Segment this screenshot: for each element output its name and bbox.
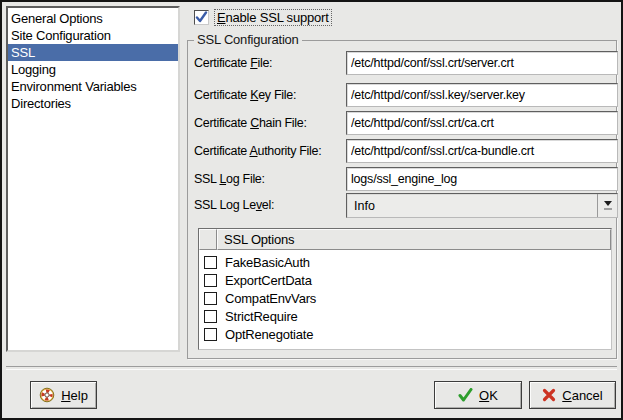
- ssl-log-level-value: Info: [354, 194, 375, 218]
- ok-label: OK: [479, 388, 498, 403]
- separator: [6, 366, 617, 370]
- sidebar-item-environment-variables[interactable]: Environment Variables: [8, 78, 178, 95]
- check-icon: [195, 11, 208, 24]
- ssl-log-level-select[interactable]: Info: [346, 193, 618, 218]
- certificate-key-file-label: Certificate Key File:: [194, 83, 296, 107]
- certificate-key-file-input[interactable]: [346, 83, 618, 107]
- combo-bar-icon: [604, 208, 612, 210]
- enable-ssl-label[interactable]: Enable SSL support: [214, 9, 332, 26]
- option-label: StrictRequire: [225, 309, 298, 324]
- enable-ssl-row: Enable SSL support: [194, 8, 332, 26]
- ssl-configuration-frame: SSL Configuration Certificate File: Cert…: [187, 40, 617, 359]
- options-table-header: SSL Options: [199, 229, 611, 250]
- sidebar-item-general-options[interactable]: General Options: [8, 10, 178, 27]
- help-lifebuoy-icon: [39, 387, 55, 403]
- option-checkbox[interactable]: [204, 328, 217, 341]
- help-button[interactable]: Help: [30, 381, 97, 409]
- certificate-file-input[interactable]: [346, 51, 618, 75]
- options-label-column-header[interactable]: SSL Options: [217, 229, 611, 250]
- ok-button[interactable]: OK: [434, 381, 522, 409]
- combo-dropdown-button[interactable]: [597, 194, 617, 217]
- sidebar-item-ssl[interactable]: SSL: [8, 44, 178, 61]
- ok-check-icon: [458, 388, 473, 402]
- ssl-config-window: General Options Site Configuration SSL L…: [0, 0, 623, 420]
- sidebar-item-site-configuration[interactable]: Site Configuration: [8, 27, 178, 44]
- cancel-label: Cancel: [562, 388, 602, 403]
- option-row-exportcertdata[interactable]: ExportCertData: [199, 271, 611, 289]
- certificate-authority-file-label: Certificate Authority File:: [194, 139, 321, 163]
- option-label: FakeBasicAuth: [225, 255, 310, 270]
- option-checkbox[interactable]: [204, 256, 217, 269]
- ssl-log-file-input[interactable]: [346, 167, 618, 191]
- option-label: CompatEnvVars: [225, 291, 316, 306]
- certificate-chain-file-input[interactable]: [346, 111, 618, 135]
- certificate-authority-file-input[interactable]: [346, 139, 618, 163]
- category-list: General Options Site Configuration SSL L…: [6, 6, 180, 352]
- option-row-optrenegotiate[interactable]: OptRenegotiate: [199, 325, 611, 343]
- enable-ssl-checkbox[interactable]: [194, 10, 209, 25]
- option-label: ExportCertData: [225, 273, 312, 288]
- sidebar-item-directories[interactable]: Directories: [8, 95, 178, 112]
- certificate-key-file-row: Certificate Key File:: [194, 83, 612, 107]
- ssl-options-table: SSL Options FakeBasicAuth ExportCertData…: [198, 228, 612, 350]
- sidebar-item-logging[interactable]: Logging: [8, 61, 178, 78]
- options-table-body: FakeBasicAuth ExportCertData CompatEnvVa…: [199, 250, 611, 343]
- option-row-compatenvvars[interactable]: CompatEnvVars: [199, 289, 611, 307]
- certificate-chain-file-label: Certificate Chain File:: [194, 111, 307, 135]
- ssl-log-level-label: SSL Log Level:: [194, 193, 274, 217]
- ssl-log-level-row: SSL Log Level: Info: [194, 193, 612, 217]
- ssl-log-file-row: SSL Log File:: [194, 167, 612, 191]
- option-checkbox[interactable]: [204, 310, 217, 323]
- certificate-authority-file-row: Certificate Authority File:: [194, 139, 612, 163]
- certificate-file-row: Certificate File:: [194, 51, 612, 75]
- options-check-column-header[interactable]: [199, 229, 217, 250]
- help-label: Help: [61, 388, 88, 403]
- certificate-file-label: Certificate File:: [194, 51, 272, 75]
- option-checkbox[interactable]: [204, 274, 217, 287]
- option-label: OptRenegotiate: [225, 327, 313, 342]
- cancel-x-icon: [542, 388, 556, 402]
- option-row-fakebasicauth[interactable]: FakeBasicAuth: [199, 253, 611, 271]
- frame-title: SSL Configuration: [194, 32, 302, 47]
- chevron-down-icon: [604, 201, 612, 206]
- option-row-strictrequire[interactable]: StrictRequire: [199, 307, 611, 325]
- cancel-button[interactable]: Cancel: [529, 381, 616, 409]
- certificate-chain-file-row: Certificate Chain File:: [194, 111, 612, 135]
- ssl-log-file-label: SSL Log File:: [194, 167, 265, 191]
- option-checkbox[interactable]: [204, 292, 217, 305]
